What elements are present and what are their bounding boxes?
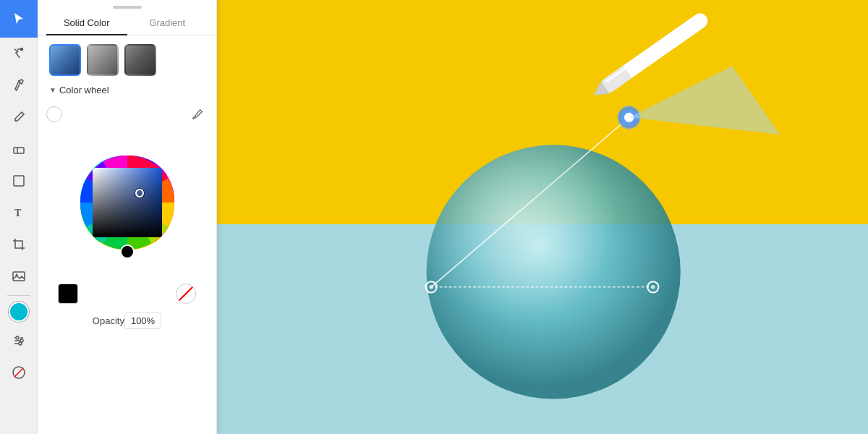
tab-gradient[interactable]: Gradient: [127, 12, 208, 35]
color-controls-row: [46, 275, 208, 307]
no-color-button[interactable]: [176, 284, 196, 304]
swatch-darkgray[interactable]: [124, 44, 156, 76]
svg-rect-1: [14, 148, 24, 153]
pen-tool[interactable]: [4, 71, 33, 100]
image-tool[interactable]: [4, 262, 33, 291]
swatch-blue[interactable]: [49, 44, 81, 76]
stylus-light-cone: [629, 66, 780, 135]
opacity-label: Opacity: [93, 315, 124, 326]
color-wheel-label: Color wheel: [59, 85, 109, 95]
canvas-area: [217, 0, 868, 434]
svg-rect-2: [14, 176, 24, 186]
chevron-icon: ▼: [49, 86, 56, 94]
color-circle-indicator[interactable]: [46, 106, 62, 122]
black-color-swatch[interactable]: [58, 284, 78, 304]
color-wheel-svg[interactable]: [55, 130, 200, 275]
svg-point-6: [16, 336, 19, 339]
svg-point-16: [651, 285, 655, 289]
svg-point-13: [122, 247, 132, 257]
color-wheel-section: Opacity 100%: [38, 104, 216, 332]
sphere-shine: [427, 145, 681, 399]
color-wheel-header[interactable]: ▼ Color wheel: [38, 85, 216, 95]
svg-line-10: [14, 368, 23, 377]
eyedropper-button[interactable]: [187, 104, 208, 124]
opacity-value[interactable]: 100%: [124, 312, 161, 329]
svg-rect-4: [13, 272, 25, 281]
active-color-swatch[interactable]: [9, 302, 29, 322]
toolbar: T: [0, 0, 38, 434]
rectangle-tool[interactable]: [4, 166, 33, 195]
crop-tool[interactable]: [4, 230, 33, 259]
no-color-tool[interactable]: [4, 358, 33, 387]
opacity-row: Opacity 100%: [81, 307, 173, 332]
color-swatches-row: [38, 44, 216, 76]
main-svg: [217, 0, 868, 434]
toolbar-separator: [7, 295, 30, 296]
svg-point-0: [20, 48, 22, 51]
pencil-tool[interactable]: [4, 103, 33, 132]
svg-rect-19: [605, 14, 702, 83]
select-tool[interactable]: [4, 4, 33, 33]
eraser-tool[interactable]: [4, 135, 33, 163]
color-panel: Solid Color Gradient ▼ Color wheel: [38, 0, 217, 434]
toolbar-top: [0, 0, 38, 38]
swatch-gray[interactable]: [87, 44, 119, 76]
svg-text:T: T: [14, 208, 22, 218]
panel-drag-handle[interactable]: [113, 6, 142, 9]
tab-solid-color[interactable]: Solid Color: [46, 12, 127, 35]
adjust-tool[interactable]: [4, 326, 33, 355]
color-wheel-container[interactable]: [55, 130, 200, 275]
text-tool[interactable]: T: [4, 198, 33, 227]
svg-point-8: [19, 342, 22, 345]
transform-tool[interactable]: [4, 39, 33, 68]
wheel-row: [46, 104, 208, 124]
panel-tabs: Solid Color Gradient: [38, 12, 216, 35]
